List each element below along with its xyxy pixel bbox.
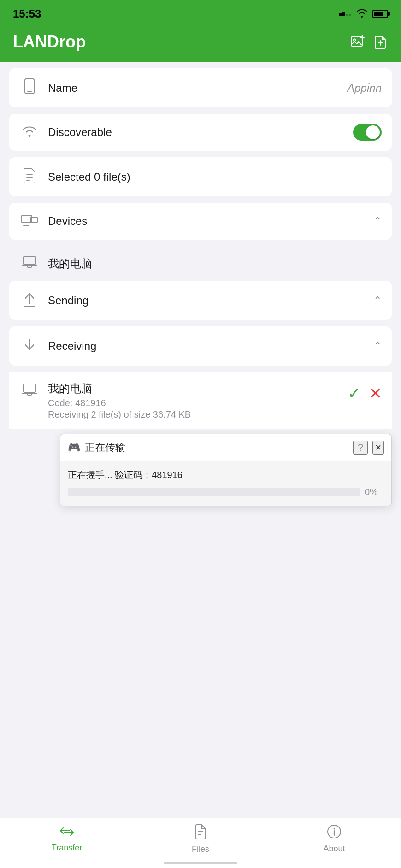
progress-percent: 0% [365, 487, 384, 497]
add-file-button[interactable] [373, 35, 388, 49]
name-value: Appinn [347, 82, 382, 94]
receiving-card[interactable]: Receiving ⌃ [9, 326, 392, 366]
tab-bar: Transfer Files About [0, 818, 401, 868]
dialog-body: 正在握手... 验证码：481916 0% [60, 461, 391, 506]
header-action-icons [350, 35, 388, 49]
svg-rect-14 [24, 256, 35, 265]
progress-row: 0% [68, 487, 384, 497]
receive-icon [19, 337, 40, 355]
accept-transfer-button[interactable]: ✓ [348, 384, 360, 402]
files-tab-label: Files [192, 844, 209, 854]
wifi-icon [356, 8, 368, 20]
devices-label: Devices [48, 215, 373, 228]
app-title: LANDrop [13, 32, 86, 52]
dialog-close-button[interactable]: × [372, 441, 384, 455]
progress-bar [68, 488, 360, 496]
home-indicator [164, 862, 237, 864]
transfer-tab-label: Transfer [52, 843, 82, 853]
status-bar: 15:53 [0, 0, 401, 28]
signal-icon [339, 12, 351, 16]
dialog-status-text: 正在握手... 验证码：481916 [68, 469, 384, 481]
incoming-transfer-item: 我的电脑 Code: 481916 Receiving 2 file(s) of… [9, 372, 392, 429]
laptop-icon [19, 255, 40, 272]
receiving-info: 我的电脑 Code: 481916 Receiving 2 file(s) of… [48, 381, 339, 420]
about-tab-icon [327, 824, 342, 842]
status-time: 15:53 [13, 7, 41, 20]
dialog-help-button[interactable]: ? [353, 441, 368, 455]
phone-icon [19, 78, 40, 97]
send-icon [19, 291, 40, 310]
sending-label: Sending [48, 294, 373, 307]
devices-chevron-icon: ⌃ [373, 215, 382, 227]
dialog-header: 🎮 正在传输 ? × [60, 434, 391, 461]
svg-rect-17 [198, 834, 201, 835]
app-header: LANDrop [0, 28, 401, 62]
transfer-tab-icon [59, 825, 74, 841]
discoverable-toggle[interactable] [353, 124, 382, 141]
dialog-icon: 🎮 [68, 442, 80, 454]
incoming-device-name: 我的电脑 [48, 381, 339, 396]
battery-icon [372, 10, 388, 18]
transfer-dialog: 🎮 正在传输 ? × 正在握手... 验证码：481916 0% [60, 434, 392, 506]
tab-files[interactable]: Files [134, 824, 267, 854]
tab-transfer[interactable]: Transfer [0, 825, 134, 853]
files-card[interactable]: Selected 0 file(s) [9, 157, 392, 196]
incoming-code: Code: 481916 [48, 398, 339, 408]
device-name: 我的电脑 [48, 256, 382, 271]
about-tab-label: About [323, 844, 345, 854]
svg-rect-7 [27, 91, 32, 92]
tab-about[interactable]: About [267, 824, 401, 854]
name-card[interactable]: Name Appinn [9, 68, 392, 107]
discoverable-card[interactable]: Discoverable [9, 114, 392, 151]
discoverable-label: Discoverable [48, 126, 353, 139]
file-icon [19, 167, 40, 186]
svg-rect-0 [351, 37, 362, 46]
reject-transfer-button[interactable]: ✕ [369, 384, 382, 402]
device-list-item[interactable]: 我的电脑 [9, 246, 392, 281]
sending-chevron-icon: ⌃ [373, 295, 382, 307]
incoming-size: Receiving 2 file(s) of size 36.74 KB [48, 409, 339, 420]
add-image-button[interactable] [350, 35, 365, 49]
status-icons [339, 8, 388, 20]
name-label: Name [48, 82, 347, 94]
main-content: Name Appinn Discoverable [0, 62, 401, 574]
sending-card[interactable]: Sending ⌃ [9, 281, 392, 320]
receiving-label: Receiving [48, 340, 373, 353]
svg-point-19 [334, 828, 335, 830]
wifi-settings-icon [19, 124, 40, 141]
receiving-chevron-icon: ⌃ [373, 340, 382, 352]
svg-rect-16 [198, 831, 203, 832]
devices-icon [19, 213, 40, 230]
dialog-title: 正在传输 [85, 441, 348, 455]
devices-card[interactable]: Devices ⌃ [9, 203, 392, 240]
files-tab-icon [194, 824, 207, 843]
receiving-actions: ✓ ✕ [348, 384, 382, 402]
files-label: Selected 0 file(s) [48, 171, 382, 183]
svg-rect-15 [24, 384, 35, 392]
receiving-device-icon [19, 383, 40, 399]
